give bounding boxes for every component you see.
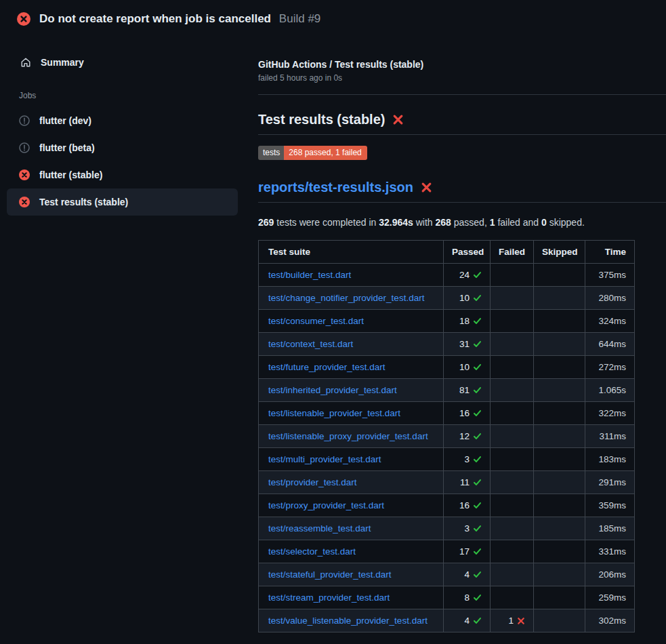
table-row: test/proxy_provider_test.dart16359ms: [259, 494, 635, 517]
time-cell: 272ms: [585, 356, 635, 379]
test-suite-link[interactable]: test/listenable_proxy_provider_test.dart: [268, 431, 428, 441]
sidebar-item-summary[interactable]: Summary: [7, 52, 238, 73]
table-header-row: Test suitePassedFailedSkippedTime: [259, 241, 635, 264]
table-row: test/listenable_provider_test.dart16322m…: [259, 402, 635, 425]
test-suite-link[interactable]: test/reassemble_test.dart: [268, 523, 371, 534]
sidebar-item-test-results-stable[interactable]: Test results (stable): [7, 188, 238, 216]
column-header-skipped: Skipped: [534, 241, 585, 264]
test-suite-link[interactable]: test/multi_provider_test.dart: [268, 454, 381, 464]
suite-cell: test/listenable_provider_test.dart: [259, 402, 444, 425]
test-suite-link[interactable]: test/builder_test.dart: [268, 270, 351, 280]
table-row: test/stateful_provider_test.dart4206ms: [259, 563, 635, 586]
job-label: flutter (beta): [39, 142, 95, 153]
sidebar-item-flutter-dev[interactable]: flutter (dev): [7, 107, 238, 134]
time-cell: 206ms: [585, 563, 635, 586]
sidebar-jobs-list: flutter (dev)flutter (beta)flutter (stab…: [7, 107, 238, 216]
status-line: failed 5 hours ago in 0s: [258, 73, 666, 83]
time-cell: 291ms: [585, 471, 635, 494]
green-check-icon: [473, 501, 482, 510]
green-check-icon: [473, 616, 482, 625]
failed-cell: [491, 494, 534, 517]
passed-cell: 8: [444, 586, 491, 609]
suite-cell: test/context_test.dart: [259, 333, 444, 356]
tests-badge[interactable]: tests 268 passed, 1 failed: [258, 146, 367, 160]
skipped-cell: [534, 402, 585, 425]
test-suite-link[interactable]: test/provider_test.dart: [268, 477, 357, 487]
time-cell: 331ms: [585, 540, 635, 563]
skipped-cell: [534, 448, 585, 471]
test-suite-link[interactable]: test/proxy_provider_test.dart: [268, 500, 384, 510]
summary-segment: 32.964s: [379, 217, 413, 228]
failed-cell: [491, 310, 534, 333]
test-suite-link[interactable]: test/context_test.dart: [268, 339, 353, 349]
tests-badge-value: 268 passed, 1 failed: [284, 146, 367, 160]
time-cell: 359ms: [585, 494, 635, 517]
job-label: Test results (stable): [39, 197, 128, 207]
green-check-icon: [473, 547, 482, 556]
section-title-text: Test results (stable): [258, 112, 385, 127]
passed-cell: 4: [444, 609, 491, 632]
test-suite-link[interactable]: test/change_notifier_provider_test.dart: [268, 293, 424, 303]
failed-cell: [491, 448, 534, 471]
suite-cell: test/stateful_provider_test.dart: [259, 563, 444, 586]
time-cell: 322ms: [585, 402, 635, 425]
table-row: test/value_listenable_provider_test.dart…: [259, 609, 635, 632]
summary-segment: 269: [258, 217, 274, 228]
table-row: test/selector_test.dart17331ms: [259, 540, 635, 563]
green-check-icon: [473, 524, 482, 533]
suite-cell: test/listenable_proxy_provider_test.dart: [259, 425, 444, 448]
test-suite-link[interactable]: test/stateful_provider_test.dart: [268, 569, 392, 580]
time-cell: 185ms: [585, 517, 635, 540]
passed-cell: 3: [444, 448, 491, 471]
skipped-cell: [534, 586, 585, 609]
job-label: flutter (dev): [39, 115, 91, 126]
green-check-icon: [473, 478, 482, 487]
green-check-icon: [473, 317, 482, 325]
skipped-cell: [534, 264, 585, 287]
passed-cell: 12: [444, 425, 491, 448]
passed-cell: 16: [444, 494, 491, 517]
report-file-link[interactable]: reports/test-results.json: [258, 180, 413, 195]
test-suite-link[interactable]: test/listenable_provider_test.dart: [268, 408, 400, 418]
summary-segment: 1: [490, 217, 495, 228]
passed-cell: 4: [444, 563, 491, 586]
failed-cell: [491, 287, 534, 310]
passed-cell: 18: [444, 310, 491, 333]
time-cell: 280ms: [585, 287, 635, 310]
test-suite-link[interactable]: test/value_listenable_provider_test.dart: [268, 616, 428, 626]
green-check-icon: [473, 363, 482, 371]
green-check-icon: [473, 409, 482, 418]
sidebar-item-flutter-beta[interactable]: flutter (beta): [7, 134, 238, 161]
x-circle-fill-icon: [19, 169, 30, 180]
report-title: reports/test-results.json: [258, 180, 666, 203]
skipped-cell: [534, 494, 585, 517]
skipped-cell: [534, 540, 585, 563]
test-suite-link[interactable]: test/stream_provider_test.dart: [268, 592, 390, 603]
test-suite-link[interactable]: test/inherited_provider_test.dart: [268, 385, 397, 395]
passed-cell: 31: [444, 333, 491, 356]
summary-segment: 268: [436, 217, 451, 228]
home-icon: [20, 57, 31, 68]
sidebar-item-flutter-stable[interactable]: flutter (stable): [7, 161, 238, 188]
breadcrumb: GitHub Actions / Test results (stable): [258, 59, 666, 70]
jobs-section-label: Jobs: [19, 91, 238, 100]
test-suite-link[interactable]: test/consumer_test.dart: [268, 316, 364, 326]
table-row: test/provider_test.dart11291ms: [259, 471, 635, 494]
red-cross-icon: [421, 182, 432, 193]
test-suite-link[interactable]: test/selector_test.dart: [268, 546, 356, 557]
suite-cell: test/multi_provider_test.dart: [259, 448, 444, 471]
jobs-sidebar: Summary Jobs flutter (dev)flutter (beta)…: [0, 34, 258, 216]
test-suite-link[interactable]: test/future_provider_test.dart: [268, 362, 386, 372]
failed-cell: [491, 586, 534, 609]
passed-cell: 81: [444, 379, 491, 402]
table-row: test/consumer_test.dart18324ms: [259, 310, 635, 333]
summary-label: Summary: [41, 57, 84, 68]
table-row: test/reassemble_test.dart3185ms: [259, 517, 635, 540]
tests-badge-label: tests: [258, 146, 284, 160]
summary-segment: 0: [541, 217, 547, 228]
passed-cell: 10: [444, 356, 491, 379]
green-check-icon: [473, 386, 482, 395]
green-check-icon: [473, 593, 482, 602]
failed-cell: [491, 264, 534, 287]
time-cell: 324ms: [585, 310, 635, 333]
